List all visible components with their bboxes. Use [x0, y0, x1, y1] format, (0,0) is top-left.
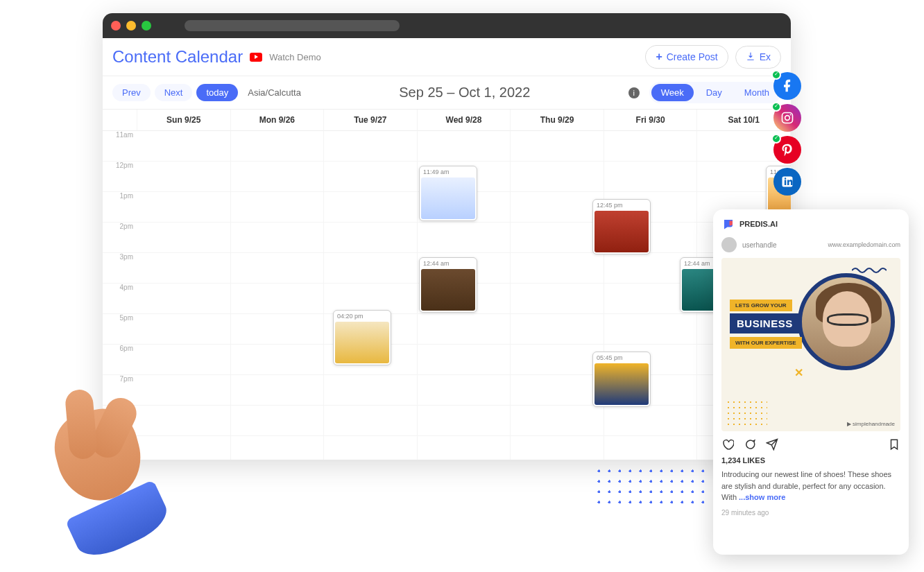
event-thumbnail [421, 177, 475, 219]
next-button[interactable]: Next [155, 84, 193, 101]
calendar-cell[interactable] [511, 314, 604, 345]
view-week[interactable]: Week [651, 84, 694, 101]
hour-label: 2pm [103, 223, 137, 253]
calendar-cell[interactable] [231, 162, 325, 192]
avatar[interactable] [721, 237, 737, 252]
url-bar[interactable] [185, 20, 400, 31]
calendar-cell[interactable] [231, 345, 325, 375]
calendar-cell[interactable] [137, 223, 231, 253]
decorative-dots [594, 466, 705, 503]
calendar-cell[interactable] [324, 162, 418, 192]
calendar-cell[interactable] [231, 253, 325, 284]
calendar-cell[interactable] [511, 375, 604, 406]
post-signature: simplehandmade [847, 421, 895, 427]
show-more-link[interactable]: ...show more [739, 493, 785, 501]
calendar-cell[interactable] [511, 253, 604, 284]
heart-icon[interactable] [721, 438, 734, 451]
calendar-cell[interactable] [231, 314, 325, 345]
event-thumbnail [421, 269, 475, 311]
view-month[interactable]: Month [735, 84, 779, 101]
calendar-cell[interactable] [231, 375, 325, 406]
maximize-window-button[interactable] [142, 21, 151, 31]
calendar-cell[interactable] [418, 375, 511, 406]
calendar-cell[interactable] [137, 253, 231, 284]
calendar-cell[interactable] [604, 131, 698, 162]
calendar-cell[interactable] [511, 284, 604, 314]
username[interactable]: userhandle [742, 241, 776, 249]
calendar-cell[interactable] [604, 314, 698, 345]
day-header: Mon 9/26 [231, 110, 325, 131]
create-post-label: Create Post [667, 51, 718, 62]
info-icon[interactable]: i [628, 87, 640, 98]
calendar-cell[interactable] [231, 223, 325, 253]
calendar-cell[interactable] [324, 223, 418, 253]
hour-label: 5pm [103, 314, 137, 345]
post-tagline-1: LETS GROW YOUR [730, 300, 792, 311]
hour-label: 6pm [103, 345, 137, 375]
calendar-event[interactable]: 11:49 am [419, 166, 477, 221]
calendar-cell[interactable] [418, 223, 511, 253]
event-time: 04:20 pm [335, 312, 389, 320]
calendar-cell[interactable] [231, 131, 325, 162]
calendar-cell[interactable] [511, 223, 604, 253]
calendar-cell[interactable] [231, 192, 325, 223]
facebook-channel[interactable] [773, 72, 801, 100]
calendar-cell[interactable] [511, 436, 604, 460]
calendar-cell[interactable] [137, 314, 231, 345]
view-segment: Week Day Month [649, 82, 781, 103]
comment-icon[interactable] [744, 438, 756, 451]
calendar-event[interactable]: 12:44 am [419, 257, 477, 313]
calendar-cell[interactable] [137, 284, 231, 314]
instagram-channel[interactable] [773, 104, 801, 132]
calendar-cell[interactable] [511, 131, 604, 162]
calendar-cell[interactable] [231, 406, 325, 436]
youtube-icon[interactable] [250, 53, 262, 62]
calendar-cell[interactable] [324, 406, 418, 436]
calendar-cell[interactable] [511, 162, 604, 192]
calendar-cell[interactable] [324, 436, 418, 460]
calendar-cell[interactable] [137, 131, 231, 162]
today-button[interactable]: today [196, 84, 238, 101]
calendar-cell[interactable] [418, 131, 511, 162]
calendar-cell[interactable] [324, 192, 418, 223]
calendar-event[interactable]: 12:45 pm [592, 199, 651, 254]
calendar-cell[interactable] [418, 436, 511, 460]
calendar-cell[interactable] [324, 375, 418, 406]
calendar-cell[interactable] [511, 192, 604, 223]
calendar-event[interactable]: 04:20 pm [333, 310, 391, 365]
calendar-cell[interactable] [324, 253, 418, 284]
send-icon[interactable] [766, 438, 778, 451]
calendar-cell[interactable] [418, 345, 511, 375]
svg-point-1 [785, 116, 790, 121]
pinterest-channel[interactable] [773, 136, 801, 164]
calendar-cell[interactable] [418, 406, 511, 436]
create-post-button[interactable]: + Create Post [645, 45, 728, 69]
calendar-cell[interactable] [604, 162, 698, 192]
watch-demo-link[interactable]: Watch Demo [269, 52, 321, 62]
prev-button[interactable]: Prev [112, 84, 151, 101]
hour-label: 12pm [103, 162, 137, 192]
export-button[interactable]: Ex [735, 46, 781, 69]
calendar-cell[interactable] [137, 192, 231, 223]
calendar-event[interactable]: 05:45 pm [592, 352, 651, 407]
calendar-cell[interactable] [511, 406, 604, 436]
calendar-cell[interactable] [137, 345, 231, 375]
linkedin-channel[interactable] [773, 168, 801, 196]
close-window-button[interactable] [111, 21, 121, 31]
post-caption: Introducing our newest line of shoes! Th… [721, 469, 900, 503]
post-timestamp: 29 minutes ago [721, 509, 900, 517]
calendar-cell[interactable] [511, 345, 604, 375]
plus-icon: + [656, 51, 662, 63]
calendar-cell[interactable] [324, 131, 418, 162]
bookmark-icon[interactable] [888, 438, 900, 451]
photo-circle [798, 273, 895, 370]
calendar-cell[interactable] [137, 162, 231, 192]
minimize-window-button[interactable] [126, 21, 136, 31]
calendar-cell[interactable] [231, 436, 325, 460]
calendar-cell[interactable] [604, 406, 698, 436]
calendar-cell[interactable] [418, 314, 511, 345]
post-image[interactable]: LETS GROW YOUR BUSINESS WITH OUR EXPERTI… [721, 258, 900, 431]
calendar-cell[interactable] [231, 284, 325, 314]
view-day[interactable]: Day [696, 84, 732, 101]
calendar-cell[interactable] [604, 436, 698, 460]
